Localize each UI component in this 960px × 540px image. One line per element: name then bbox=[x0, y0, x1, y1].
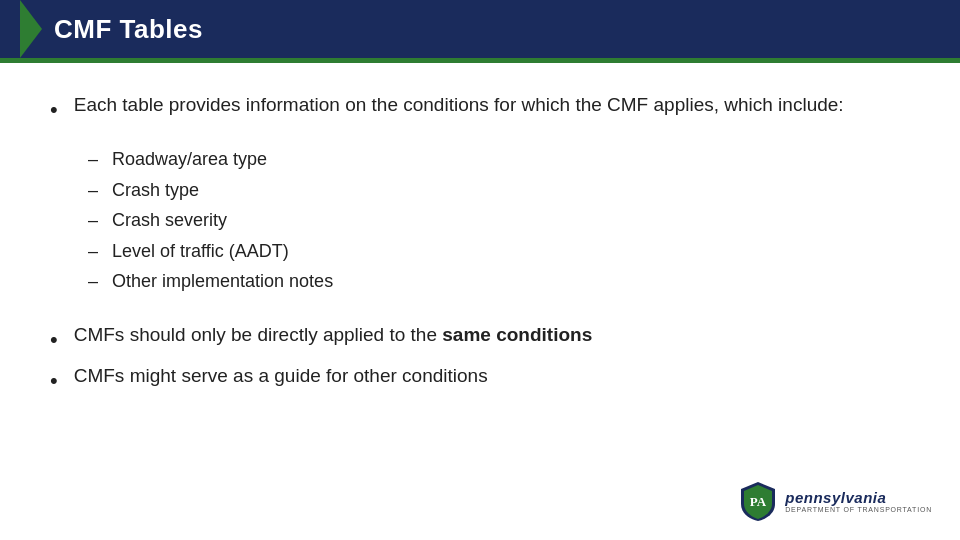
sub-item-2-text: Crash type bbox=[112, 175, 199, 206]
sub-item-4: – Level of traffic (AADT) bbox=[88, 236, 910, 267]
sub-item-3-text: Crash severity bbox=[112, 205, 227, 236]
bullet-dot-2: • bbox=[50, 323, 58, 356]
sub-item-1-text: Roadway/area type bbox=[112, 144, 267, 175]
dash-2: – bbox=[88, 175, 98, 206]
sub-item-2: – Crash type bbox=[88, 175, 910, 206]
sub-item-5: – Other implementation notes bbox=[88, 266, 910, 297]
pennsylvania-shield-icon: PA bbox=[739, 480, 777, 522]
bullet-2-text-bold: same conditions bbox=[442, 324, 592, 345]
bullet-2-text-before: CMFs should only be directly applied to … bbox=[74, 324, 443, 345]
logo-pennsylvania-text: pennsylvania bbox=[785, 489, 932, 506]
svg-text:PA: PA bbox=[750, 494, 767, 509]
slide-content: • Each table provides information on the… bbox=[0, 63, 960, 435]
slide-title: CMF Tables bbox=[54, 14, 203, 45]
dash-3: – bbox=[88, 205, 98, 236]
bullet-2: • CMFs should only be directly applied t… bbox=[50, 321, 910, 356]
slide: CMF Tables • Each table provides informa… bbox=[0, 0, 960, 540]
bullet-dot-3: • bbox=[50, 364, 58, 397]
header-bar: CMF Tables bbox=[0, 0, 960, 58]
sub-item-4-text: Level of traffic (AADT) bbox=[112, 236, 289, 267]
bullet-2-text: CMFs should only be directly applied to … bbox=[74, 321, 593, 350]
header-arrow-icon bbox=[20, 0, 42, 58]
sub-list: – Roadway/area type – Crash type – Crash… bbox=[88, 144, 910, 297]
bullet-3-text: CMFs might serve as a guide for other co… bbox=[74, 362, 488, 391]
dash-4: – bbox=[88, 236, 98, 267]
bullet-1-text: Each table provides information on the c… bbox=[74, 91, 844, 120]
sub-item-5-text: Other implementation notes bbox=[112, 266, 333, 297]
sub-item-3: – Crash severity bbox=[88, 205, 910, 236]
bullet-1: • Each table provides information on the… bbox=[50, 91, 910, 126]
bullet-dot-1: • bbox=[50, 93, 58, 126]
dash-5: – bbox=[88, 266, 98, 297]
sub-item-1: – Roadway/area type bbox=[88, 144, 910, 175]
logo-area: PA pennsylvania DEPARTMENT OF TRANSPORTA… bbox=[739, 480, 932, 522]
logo-text-block: pennsylvania DEPARTMENT OF TRANSPORTATIO… bbox=[785, 489, 932, 513]
dash-1: – bbox=[88, 144, 98, 175]
bullet-3: • CMFs might serve as a guide for other … bbox=[50, 362, 910, 397]
logo-dept-text: DEPARTMENT OF TRANSPORTATION bbox=[785, 506, 932, 513]
